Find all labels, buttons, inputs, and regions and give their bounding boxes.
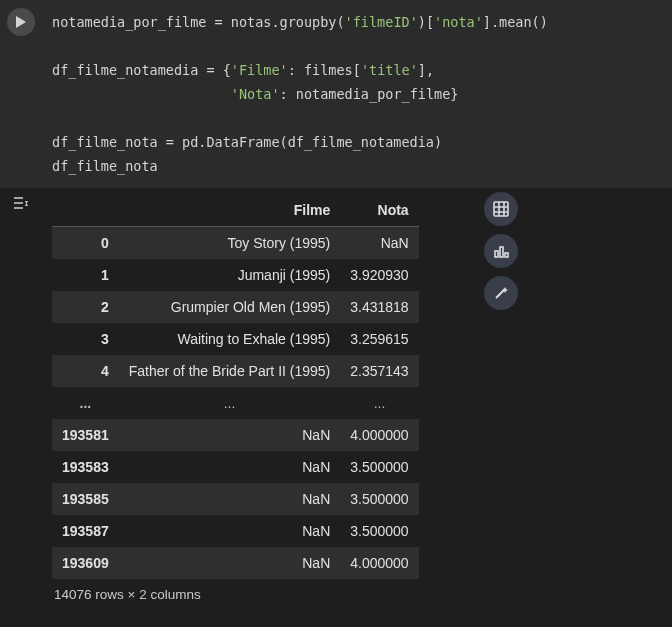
table-row: 0Toy Story (1995)NaN bbox=[52, 227, 419, 260]
cell-filme: ... bbox=[119, 387, 341, 419]
svg-rect-1 bbox=[495, 251, 498, 257]
table-row: ......... bbox=[52, 387, 419, 419]
row-index: 193609 bbox=[52, 547, 119, 579]
cell-nota: 3.500000 bbox=[340, 515, 418, 547]
row-index: 193585 bbox=[52, 483, 119, 515]
svg-rect-2 bbox=[500, 247, 503, 257]
table-row: 193587NaN3.500000 bbox=[52, 515, 419, 547]
code-editor[interactable]: notamedia_por_filme = notas.groupby('fil… bbox=[42, 4, 672, 188]
cell-gutter bbox=[0, 4, 42, 188]
row-index: ... bbox=[52, 387, 119, 419]
cell-nota: 4.000000 bbox=[340, 547, 418, 579]
output-gutter bbox=[0, 188, 42, 622]
dataframe-shape: 14076 rows × 2 columns bbox=[52, 579, 662, 610]
code-cell: notamedia_por_filme = notas.groupby('fil… bbox=[0, 0, 672, 188]
cell-filme: NaN bbox=[119, 515, 341, 547]
cell-nota: 4.000000 bbox=[340, 419, 418, 451]
row-index: 193581 bbox=[52, 419, 119, 451]
dataframe-table: Filme Nota 0Toy Story (1995)NaN1Jumanji … bbox=[52, 194, 419, 579]
row-index: 193583 bbox=[52, 451, 119, 483]
cell-nota: 3.920930 bbox=[340, 259, 418, 291]
dataframe-tools bbox=[484, 192, 518, 310]
cell-filme: NaN bbox=[119, 451, 341, 483]
magic-button[interactable] bbox=[484, 276, 518, 310]
cell-nota: 3.259615 bbox=[340, 323, 418, 355]
table-row: 193609NaN4.000000 bbox=[52, 547, 419, 579]
row-index: 193587 bbox=[52, 515, 119, 547]
table-header-row: Filme Nota bbox=[52, 194, 419, 227]
cell-nota: NaN bbox=[340, 227, 418, 260]
chart-view-button[interactable] bbox=[484, 234, 518, 268]
row-index: 4 bbox=[52, 355, 119, 387]
cell-filme: NaN bbox=[119, 419, 341, 451]
svg-rect-0 bbox=[494, 202, 508, 216]
col-header-nota: Nota bbox=[340, 194, 418, 227]
index-header bbox=[52, 194, 119, 227]
cell-filme: Waiting to Exhale (1995) bbox=[119, 323, 341, 355]
cell-nota: 2.357143 bbox=[340, 355, 418, 387]
output-area: Filme Nota 0Toy Story (1995)NaN1Jumanji … bbox=[0, 188, 672, 622]
toggle-output-icon bbox=[11, 194, 31, 212]
table-row: 1Jumanji (1995)3.920930 bbox=[52, 259, 419, 291]
row-index: 0 bbox=[52, 227, 119, 260]
cell-filme: Father of the Bride Part II (1995) bbox=[119, 355, 341, 387]
magic-wand-icon bbox=[492, 284, 510, 302]
cell-filme: NaN bbox=[119, 483, 341, 515]
table-icon bbox=[492, 200, 510, 218]
row-index: 1 bbox=[52, 259, 119, 291]
row-index: 2 bbox=[52, 291, 119, 323]
run-icon bbox=[15, 15, 27, 29]
run-button[interactable] bbox=[7, 8, 35, 36]
table-row: 193583NaN3.500000 bbox=[52, 451, 419, 483]
cell-filme: Jumanji (1995) bbox=[119, 259, 341, 291]
cell-filme: NaN bbox=[119, 547, 341, 579]
cell-nota: 3.431818 bbox=[340, 291, 418, 323]
cell-nota: ... bbox=[340, 387, 418, 419]
table-row: 193581NaN4.000000 bbox=[52, 419, 419, 451]
cell-filme: Grumpier Old Men (1995) bbox=[119, 291, 341, 323]
cell-filme: Toy Story (1995) bbox=[119, 227, 341, 260]
cell-nota: 3.500000 bbox=[340, 483, 418, 515]
table-row: 3Waiting to Exhale (1995)3.259615 bbox=[52, 323, 419, 355]
toggle-output-button[interactable] bbox=[11, 194, 31, 216]
svg-rect-3 bbox=[505, 253, 508, 257]
table-row: 193585NaN3.500000 bbox=[52, 483, 419, 515]
table-view-button[interactable] bbox=[484, 192, 518, 226]
col-header-filme: Filme bbox=[119, 194, 341, 227]
row-index: 3 bbox=[52, 323, 119, 355]
chart-icon bbox=[492, 242, 510, 260]
output-body: Filme Nota 0Toy Story (1995)NaN1Jumanji … bbox=[42, 188, 672, 622]
table-row: 2Grumpier Old Men (1995)3.431818 bbox=[52, 291, 419, 323]
table-row: 4Father of the Bride Part II (1995)2.357… bbox=[52, 355, 419, 387]
cell-nota: 3.500000 bbox=[340, 451, 418, 483]
